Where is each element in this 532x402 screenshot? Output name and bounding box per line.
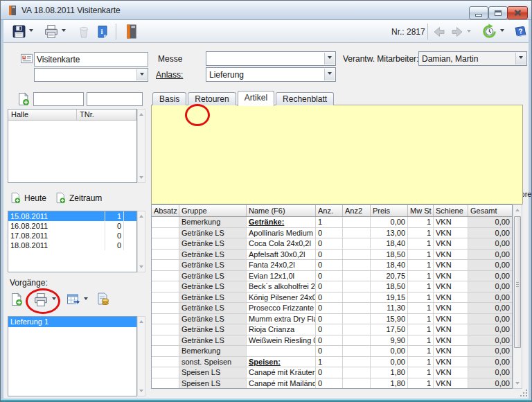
chevron-down-icon[interactable] [324,69,335,80]
binder-icon [125,24,139,40]
info-button[interactable]: i [96,24,109,39]
table-row[interactable]: Getränke LSMumm extra Dry Flas015,901VKN… [152,314,512,325]
column-header[interactable]: Gesamt [468,205,513,216]
column-header[interactable]: Gruppe [179,205,247,216]
scroll-down-icon[interactable] [138,263,145,271]
table-row[interactable]: Getränke LSProsecco Frizzante (011,301VK… [152,303,512,314]
forward-button[interactable] [450,25,471,39]
chevron-down-icon[interactable] [515,53,526,64]
column-header[interactable]: Schiene [434,205,468,216]
table-row[interactable]: Getränke LSCoca Cola 24x0,2l018,401VKN0,… [152,238,512,250]
forward-dropdown[interactable] [467,30,471,35]
scroll-down-icon[interactable] [513,380,522,387]
table-row[interactable]: Speisen LSCanapé mit Mailände01,801VKN0,… [152,378,512,390]
tnr-column[interactable]: TNr. [77,110,136,120]
date-row[interactable]: 16.08.20110 [8,221,136,231]
scroll-up-icon[interactable] [138,317,145,326]
vorgang-row[interactable]: Lieferung 1 [8,317,136,327]
print-icon [44,24,59,39]
chevron-down-icon[interactable] [324,53,335,64]
back-button[interactable] [432,25,446,39]
column-header[interactable]: Preis [371,205,408,216]
heute-button[interactable]: Heute [10,192,46,204]
verantw-combo[interactable]: Damian, Martin [418,51,527,66]
verantw-value: Damian, Martin [422,54,478,64]
help-button[interactable]: ? [513,24,528,39]
title-bar[interactable]: VA 18.08.2011 Visitenkarte [1,1,531,20]
record-number: Nr.: 2817 [391,27,425,37]
messe-combo[interactable] [206,51,336,66]
binder-button[interactable] [125,24,139,40]
resize-grip[interactable] [520,389,527,396]
table-row[interactable]: Getränke LSEvian 12x1,0l020,751VKN0,00 [152,271,512,282]
table-row[interactable]: BemerkungGetränke:10,001VKN0,00 [152,217,512,228]
print-button[interactable] [44,24,66,39]
table-row[interactable]: Getränke LSFanta 24x0,2l018,401VKN0,00 [152,260,512,271]
scroll-down-icon[interactable] [138,173,145,182]
date-row[interactable]: 18.08.20110 [8,241,136,250]
column-header[interactable]: Anz2 [343,205,371,216]
date-row[interactable]: 17.08.20110 [8,231,136,241]
column-header[interactable]: Mw St [408,205,434,216]
tnr-input[interactable] [87,92,143,106]
app-window: VA 18.08.2011 Visitenkarte [0,0,532,402]
table-row[interactable]: Getränke LSWeißwein Riesling 009,901VKN0… [152,335,512,347]
delete-button[interactable] [77,24,91,39]
maximize-button[interactable] [488,6,508,19]
chevron-down-icon[interactable] [136,69,147,80]
vorgaenge-list[interactable]: Lieferung 1 [8,316,137,396]
scroll-up-icon[interactable] [513,207,522,213]
close-button[interactable] [507,6,528,19]
card-name-input[interactable] [34,52,148,67]
scroll-up-icon[interactable] [138,212,145,220]
vorgang-billing-button[interactable] [96,292,110,306]
date-list[interactable]: 15.08.2011116.08.2011017.08.2011018.08.2… [8,211,137,272]
tab-artikel[interactable]: Artikel [238,91,274,106]
save-button[interactable] [12,24,33,39]
article-table-body: BemerkungGetränke:10,001VKN0,00Getränke … [152,217,512,389]
history-dropdown[interactable] [500,29,504,34]
date-row[interactable]: 15.08.20111 [8,211,136,221]
table-row[interactable]: Getränke LSBeck´s alkoholfrei 24018,501V… [152,281,512,292]
article-table-scrollbar[interactable] [513,204,522,389]
vorgang-transfer-button[interactable] [66,292,88,306]
anlass-label[interactable]: Anlass: [156,70,183,80]
minimize-button[interactable] [469,6,488,19]
info-icon: i [96,24,109,39]
column-header[interactable]: Anz. [316,205,343,216]
zeitraum-label: Zeitraum [69,193,102,203]
table-row[interactable]: Getränke LSApfelsaft 30x0,2l018,501VKN0,… [152,250,512,261]
halle-input[interactable] [33,92,84,106]
halle-column[interactable]: Halle [8,110,77,120]
add-day-icon [10,192,21,204]
table-row[interactable]: Speisen LSCanapé mit Kräuterfr01,801VKN0… [152,367,512,378]
card-type-combo[interactable] [34,68,148,82]
column-header[interactable]: Name (F6) [247,205,316,216]
table-row[interactable]: Getränke LSApollinaris Medium 1013,001VK… [152,228,512,239]
save-dropdown[interactable] [29,29,33,34]
table-row[interactable]: Getränke LSRioja Crianza017,501VKN0,00 [152,324,512,335]
anlass-combo[interactable]: Lieferung [206,67,336,82]
print-dropdown[interactable] [62,29,66,34]
transfer-dropdown[interactable] [84,297,88,302]
table-export-icon [66,292,80,306]
vorgaenge-scrollbar[interactable] [137,316,145,396]
scroll-down-icon[interactable] [138,387,145,395]
history-button[interactable] [481,24,504,40]
table-row[interactable]: sonst. SpeisenSpeisen:10,001VKN0,00 [152,357,512,368]
scroll-up-icon[interactable] [138,110,145,119]
new-stand-icon[interactable] [17,92,30,106]
table-row[interactable]: Getränke LSKönig Pilsener 24x0,019,151VK… [152,292,512,304]
tab-rechenblatt[interactable]: Rechenblatt [276,92,334,105]
window-title: VA 18.08.2011 Visitenkarte [21,6,121,15]
scrollbar-thumb[interactable] [514,216,521,348]
column-header[interactable]: Absatz [152,205,179,216]
date-list-scrollbar[interactable] [137,211,145,272]
stand-list-scrollbar[interactable] [137,109,145,183]
tab-basis[interactable]: Basis [152,92,186,105]
maximize-icon [495,10,502,16]
stand-list[interactable]: Halle TNr. [8,109,137,183]
table-row[interactable]: Bemerkung00,001VKN0,00 [152,346,512,357]
zeitraum-button[interactable]: Zeitraum [55,192,102,204]
new-vorgang-button[interactable] [10,292,23,306]
